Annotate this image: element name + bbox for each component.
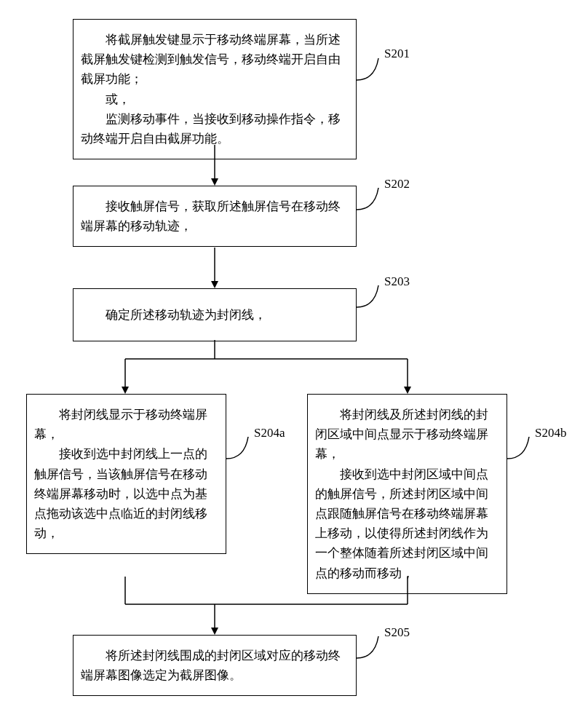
node-text: 将截屏触发键显示于移动终端屏幕，当所述截屏触发键检测到触发信号，移动终端开启自由… (81, 30, 349, 90)
flow-node-s204a: 将封闭线显示于移动终端屏幕， 接收到选中封闭线上一点的触屏信号，当该触屏信号在移… (26, 394, 226, 554)
leader-s204b (507, 437, 544, 466)
leader-s201 (357, 58, 393, 87)
flow-node-s201: 将截屏触发键显示于移动终端屏幕，当所述截屏触发键检测到触发信号，移动终端开启自由… (73, 19, 357, 159)
flow-node-s202: 接收触屏信号，获取所述触屏信号在移动终端屏幕的移动轨迹， (73, 186, 357, 247)
node-text: 将封闭线及所述封闭线的封闭区域中间点显示于移动终端屏幕， (315, 405, 499, 464)
node-text: 接收到选中封闭线上一点的触屏信号，当该触屏信号在移动终端屏幕移动时，以选中点为基… (34, 444, 218, 543)
node-text: 监测移动事件，当接收到移动操作指令，移动终端开启自由截屏功能。 (81, 109, 349, 149)
node-text: 接收到选中封闭区域中间点的触屏信号，所述封闭区域中间点跟随触屏信号在移动终端屏幕… (315, 464, 499, 583)
svg-marker-14 (211, 628, 218, 635)
step-label-s205: S205 (384, 625, 410, 640)
step-label-s203: S203 (384, 274, 410, 289)
node-text: 确定所述移动轨迹为封闭线， (81, 305, 349, 325)
flow-node-s203: 确定所述移动轨迹为封闭线， (73, 288, 357, 341)
arrow-s202-s203 (211, 248, 218, 288)
leader-s203 (357, 285, 393, 314)
node-text: 将封闭线显示于移动终端屏幕， (34, 405, 218, 444)
step-label-s202: S202 (384, 177, 410, 191)
step-label-s201: S201 (384, 47, 410, 61)
svg-marker-3 (211, 281, 218, 288)
svg-marker-9 (404, 387, 411, 394)
node-text: 接收触屏信号，获取所述触屏信号在移动终端屏幕的移动轨迹， (81, 197, 349, 236)
step-label-s204b: S204b (535, 426, 566, 440)
flow-node-s205: 将所述封闭线围成的封闭区域对应的移动终端屏幕图像选定为截屏图像。 (73, 635, 357, 696)
leader-s202 (357, 188, 393, 217)
branch-s203 (0, 340, 572, 397)
leader-s204a (226, 437, 263, 466)
flow-node-s204b: 将封闭线及所述封闭线的封闭区域中间点显示于移动终端屏幕， 接收到选中封闭区域中间… (307, 394, 507, 594)
leader-s205 (357, 636, 393, 665)
node-text: 将所述封闭线围成的封闭区域对应的移动终端屏幕图像选定为截屏图像。 (81, 646, 349, 685)
node-text: 或， (81, 90, 349, 109)
svg-marker-1 (211, 178, 218, 186)
step-label-s204a: S204a (254, 426, 285, 440)
svg-marker-7 (122, 387, 129, 394)
